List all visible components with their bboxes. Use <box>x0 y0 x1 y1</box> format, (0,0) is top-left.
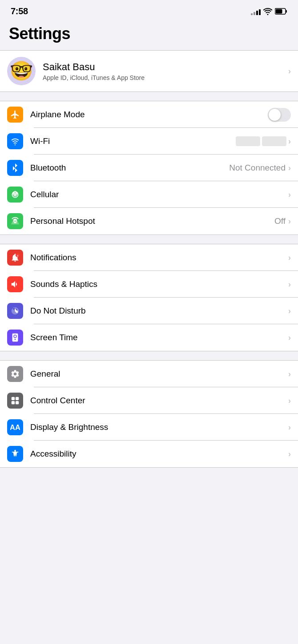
controlcenter-chevron: › <box>288 396 291 405</box>
bluetooth-chevron: › <box>288 163 291 173</box>
sounds-chevron: › <box>288 280 291 289</box>
accessibility-row[interactable]: Accessibility › <box>0 441 298 467</box>
controlcenter-icon <box>7 393 23 409</box>
hotspot-icon: ∞ <box>7 213 23 229</box>
screentime-label: Screen Time <box>30 333 288 342</box>
svg-rect-14 <box>16 401 19 404</box>
sounds-row[interactable]: Sounds & Haptics › <box>0 271 298 298</box>
wifi-value <box>236 136 286 146</box>
svg-point-6 <box>14 194 16 195</box>
cellular-icon <box>7 187 23 203</box>
donotdisturb-label: Do Not Disturb <box>30 306 288 316</box>
general-label: General <box>30 369 288 379</box>
wifi-chevron: › <box>288 137 291 146</box>
svg-text:AA: AA <box>10 423 20 431</box>
connectivity-group: Airplane Mode Wi-Fi › Bluetooth Not Conn… <box>0 101 298 235</box>
general-icon <box>7 366 23 382</box>
svg-rect-12 <box>16 397 19 400</box>
profile-info: Saikat Basu Apple ID, iCloud, iTunes & A… <box>43 61 288 81</box>
signal-icon <box>251 8 261 15</box>
notifications-icon: 3 <box>7 250 23 266</box>
svg-rect-11 <box>12 397 15 400</box>
hotspot-row[interactable]: ∞ Personal Hotspot Off › <box>0 208 298 235</box>
battery-icon <box>275 8 287 15</box>
svg-rect-1 <box>286 10 287 13</box>
wifi-label: Wi-Fi <box>30 136 236 146</box>
airplane-mode-row[interactable]: Airplane Mode <box>0 101 298 128</box>
accessibility-chevron: › <box>288 449 291 459</box>
bluetooth-icon <box>7 160 23 176</box>
hotspot-label: Personal Hotspot <box>30 216 274 226</box>
donotdisturb-row[interactable]: Do Not Disturb › <box>0 298 298 324</box>
page-header: Settings <box>0 20 298 50</box>
page-title: Settings <box>9 24 289 43</box>
accessibility-label: Accessibility <box>30 449 288 459</box>
bluetooth-row[interactable]: Bluetooth Not Connected › <box>0 155 298 181</box>
svg-text:3: 3 <box>17 254 18 257</box>
wifi-icon <box>7 133 23 149</box>
status-icons <box>251 8 287 15</box>
sounds-label: Sounds & Haptics <box>30 279 288 289</box>
donotdisturb-chevron: › <box>288 306 291 316</box>
notifications-row[interactable]: 3 Notifications › <box>0 244 298 271</box>
wifi-status-icon <box>263 8 272 15</box>
display-label: Display & Brightness <box>30 422 288 432</box>
screentime-row[interactable]: Screen Time › <box>0 324 298 351</box>
cellular-chevron: › <box>288 190 291 199</box>
profile-subtitle: Apple ID, iCloud, iTunes & App Store <box>43 74 288 81</box>
general-row[interactable]: General › <box>0 361 298 387</box>
svg-text:∞: ∞ <box>14 220 17 225</box>
avatar: 🤓 <box>7 57 36 85</box>
svg-point-16 <box>14 450 16 452</box>
donotdisturb-icon <box>7 303 23 319</box>
airplane-mode-toggle[interactable] <box>268 108 291 122</box>
controlcenter-label: Control Center <box>30 396 288 405</box>
wifi-row[interactable]: Wi-Fi › <box>0 128 298 155</box>
status-bar: 7:58 <box>0 0 298 20</box>
general-chevron: › <box>288 370 291 379</box>
status-time: 7:58 <box>11 6 28 16</box>
bluetooth-value: Not Connected <box>229 163 286 173</box>
profile-chevron: › <box>288 67 291 76</box>
screentime-chevron: › <box>288 333 291 342</box>
controlcenter-row[interactable]: Control Center › <box>0 387 298 414</box>
bluetooth-label: Bluetooth <box>30 163 229 173</box>
hotspot-chevron: › <box>288 217 291 226</box>
system-group-1: 3 Notifications › Sounds & Haptics › Do … <box>0 244 298 351</box>
airplane-mode-label: Airplane Mode <box>30 110 268 119</box>
cellular-label: Cellular <box>30 190 288 199</box>
system-group-2: General › Control Center › AA Display & … <box>0 360 298 468</box>
display-icon: AA <box>7 419 23 435</box>
svg-rect-13 <box>12 401 15 404</box>
hotspot-value: Off <box>274 216 286 226</box>
screentime-icon <box>7 330 23 346</box>
sounds-icon <box>7 276 23 292</box>
notifications-label: Notifications <box>30 253 288 262</box>
display-chevron: › <box>288 423 291 432</box>
svg-rect-2 <box>276 9 282 14</box>
accessibility-icon <box>7 446 23 462</box>
notifications-chevron: › <box>288 253 291 262</box>
airplane-mode-icon <box>7 107 23 123</box>
profile-name: Saikat Basu <box>43 61 288 73</box>
cellular-row[interactable]: Cellular › <box>0 181 298 208</box>
display-row[interactable]: AA Display & Brightness › <box>0 414 298 441</box>
profile-row[interactable]: 🤓 Saikat Basu Apple ID, iCloud, iTunes &… <box>0 50 298 92</box>
